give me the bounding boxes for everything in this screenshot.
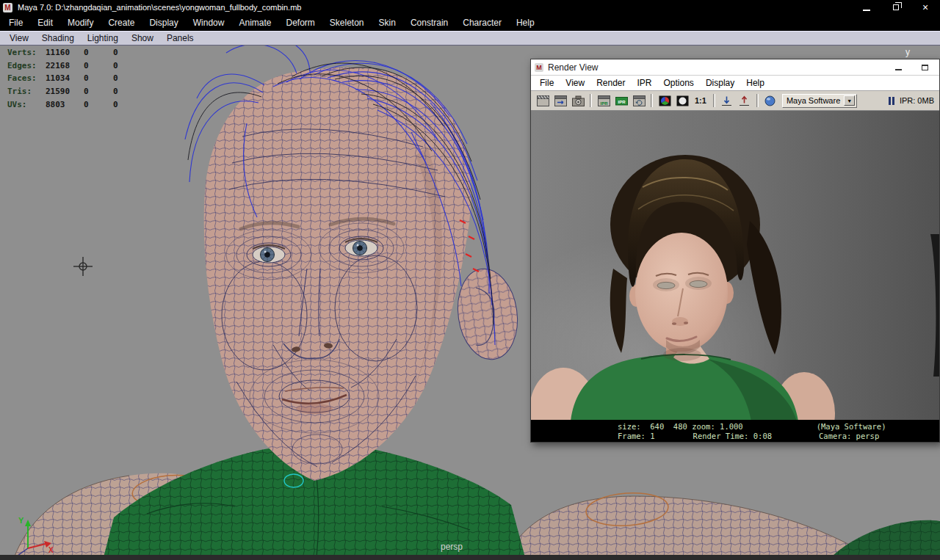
toolbar-separator bbox=[713, 94, 715, 107]
render-current-frame-icon[interactable] bbox=[535, 93, 551, 108]
close-icon: × bbox=[922, 2, 928, 12]
poly-count-hud: Verts: 11160 0 0 Edges: 22168 0 0 Faces:… bbox=[7, 46, 118, 111]
camera-name-label: persp bbox=[441, 542, 463, 552]
alpha-channel-icon[interactable] bbox=[674, 93, 690, 108]
hud-row-faces: Faces: 11034 0 0 bbox=[7, 72, 118, 85]
render-view-status-bar: size: 640 480 zoom: 1.000 (Maya Software… bbox=[531, 420, 939, 442]
menu-help[interactable]: Help bbox=[509, 15, 542, 31]
panel-menu-view[interactable]: View bbox=[3, 33, 35, 43]
renderer-name-label: (Maya Software) bbox=[817, 422, 886, 431]
menu-edit[interactable]: Edit bbox=[30, 15, 60, 31]
maximize-icon bbox=[922, 65, 928, 70]
panel-menu-bar: View Shading Lighting Show Panels bbox=[0, 31, 940, 46]
menu-window[interactable]: Window bbox=[186, 15, 232, 31]
ipr-memory-label: IPR: 0MB bbox=[900, 96, 934, 105]
rv-menu-ipr[interactable]: IPR bbox=[632, 78, 658, 88]
hud-row-verts: Verts: 11160 0 0 bbox=[7, 46, 118, 59]
panel-menu-lighting[interactable]: Lighting bbox=[81, 33, 125, 43]
panel-menu-show[interactable]: Show bbox=[125, 33, 160, 43]
menu-constrain[interactable]: Constrain bbox=[403, 15, 455, 31]
redo-previous-render-icon[interactable] bbox=[552, 93, 568, 108]
close-button[interactable]: × bbox=[911, 0, 940, 15]
toolbar-separator bbox=[651, 94, 653, 107]
one-to-one-button[interactable]: 1:1 bbox=[692, 95, 709, 106]
maya-logo-icon: M bbox=[535, 63, 543, 72]
frame-label: Frame: 1 bbox=[618, 432, 655, 440]
maya-logo-icon: M bbox=[3, 3, 12, 12]
menu-skin[interactable]: Skin bbox=[372, 15, 403, 31]
ipr-update-region-icon[interactable]: IPR bbox=[613, 93, 629, 108]
minimize-icon bbox=[863, 10, 870, 11]
rv-menu-help[interactable]: Help bbox=[740, 78, 770, 88]
camera-label: Camera: persp bbox=[819, 432, 879, 440]
render-view-canvas[interactable] bbox=[531, 111, 939, 420]
hud-row-tris: Tris: 21590 0 0 bbox=[7, 85, 118, 98]
menu-create[interactable]: Create bbox=[101, 15, 142, 31]
axis-x-label: X bbox=[48, 546, 54, 554]
hud-row-edges: Edges: 22168 0 0 bbox=[7, 59, 118, 73]
axis-y-label: Y bbox=[18, 516, 24, 525]
render-view-minimize-button[interactable] bbox=[885, 59, 911, 75]
menu-character[interactable]: Character bbox=[455, 15, 509, 31]
rv-menu-file[interactable]: File bbox=[534, 78, 560, 88]
restore-button[interactable] bbox=[881, 0, 911, 15]
window-title: Maya 7.0: D:\zhangdaqian_animation\scene… bbox=[18, 3, 301, 12]
ipr-refresh-icon[interactable] bbox=[631, 93, 647, 108]
panel-menu-panels[interactable]: Panels bbox=[160, 33, 200, 43]
svg-text:IPR: IPR bbox=[618, 99, 626, 103]
main-menu-bar: File Edit Modify Create Display Window A… bbox=[0, 15, 940, 31]
stray-y-label: y bbox=[905, 47, 910, 57]
svg-text:IPR: IPR bbox=[600, 101, 608, 105]
minimize-icon bbox=[895, 69, 902, 70]
hud-row-uvs: UVs: 8803 0 0 bbox=[7, 98, 118, 111]
remove-image-icon[interactable] bbox=[737, 93, 753, 108]
render-globals-icon[interactable] bbox=[762, 93, 778, 108]
ipr-render-current-frame-icon[interactable]: IPR bbox=[596, 93, 612, 108]
rv-menu-options[interactable]: Options bbox=[658, 78, 700, 88]
menu-deform[interactable]: Deform bbox=[278, 15, 322, 31]
toolbar-separator bbox=[590, 94, 592, 107]
render-view-titlebar[interactable]: M Render View bbox=[531, 59, 939, 76]
snapshot-icon[interactable] bbox=[570, 93, 586, 108]
rv-menu-view[interactable]: View bbox=[560, 78, 590, 88]
menu-display[interactable]: Display bbox=[142, 15, 185, 31]
keep-image-icon[interactable] bbox=[719, 93, 735, 108]
rendered-image[interactable] bbox=[531, 111, 939, 420]
chevron-down-icon: ▼ bbox=[844, 95, 855, 106]
render-view-toolbar: IPR IPR 1:1 Maya Software ▼ bbox=[531, 91, 939, 111]
rgb-channels-icon[interactable] bbox=[657, 93, 673, 108]
window-titlebar[interactable]: M Maya 7.0: D:\zhangdaqian_animation\sce… bbox=[0, 0, 940, 15]
rv-menu-display[interactable]: Display bbox=[700, 78, 740, 88]
render-view-menu-bar: File View Render IPR Options Display Hel… bbox=[531, 76, 939, 91]
renderer-dropdown[interactable]: Maya Software ▼ bbox=[782, 94, 857, 108]
pause-ipr-button[interactable] bbox=[889, 97, 894, 105]
panel-menu-shading[interactable]: Shading bbox=[35, 33, 81, 43]
render-view-maximize-button[interactable] bbox=[911, 59, 938, 75]
viewport-bottom-edge bbox=[0, 555, 940, 560]
render-time-label: Render Time: 0:08 bbox=[693, 432, 772, 440]
renderer-dropdown-value: Maya Software bbox=[787, 96, 840, 105]
render-view-title: Render View bbox=[548, 62, 598, 73]
menu-skeleton[interactable]: Skeleton bbox=[322, 15, 372, 31]
render-view-window[interactable]: M Render View File View Render IPR Optio… bbox=[530, 59, 940, 443]
minimize-button[interactable] bbox=[852, 0, 881, 15]
menu-modify[interactable]: Modify bbox=[60, 15, 101, 31]
menu-file[interactable]: File bbox=[1, 15, 30, 31]
restore-icon bbox=[893, 4, 899, 10]
menu-animate[interactable]: Animate bbox=[231, 15, 278, 31]
render-size-label: size: 640 480 zoom: 1.000 bbox=[618, 422, 743, 431]
rv-menu-render[interactable]: Render bbox=[590, 78, 631, 88]
toolbar-separator bbox=[756, 94, 759, 107]
